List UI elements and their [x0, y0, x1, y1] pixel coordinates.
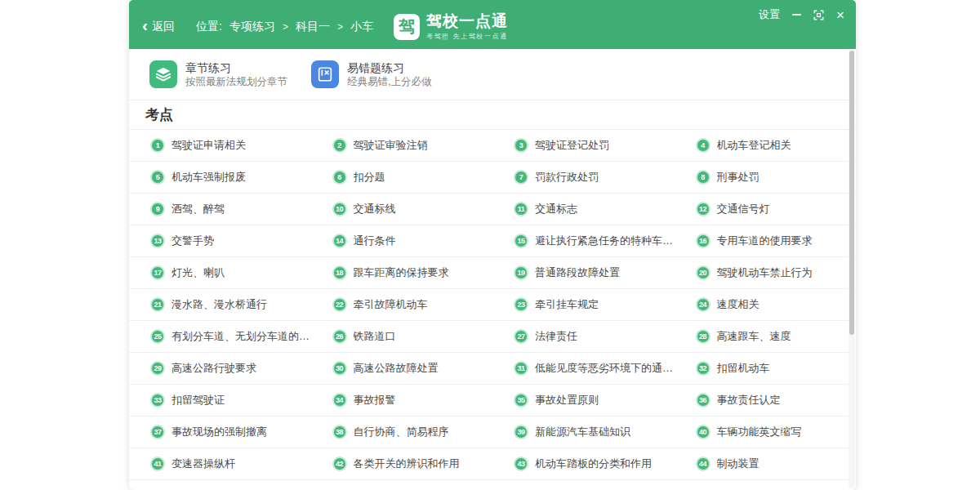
topic-label: 车辆功能英文缩写 — [717, 425, 802, 439]
topic-number-badge: 42 — [332, 457, 347, 471]
maximize-button[interactable] — [813, 10, 824, 20]
back-button[interactable]: ‹ 返回 — [142, 18, 175, 35]
topic-item[interactable]: 12 交通信号灯 — [675, 194, 857, 225]
topic-item[interactable]: 43 机动车踏板的分类和作用 — [492, 448, 675, 480]
minimize-button[interactable] — [792, 14, 801, 16]
maximize-icon — [813, 10, 824, 20]
topic-label: 专用车道的使用要求 — [717, 234, 813, 248]
close-button[interactable]: × — [836, 8, 844, 22]
topic-item[interactable]: 4 机动车登记相关 — [675, 130, 857, 162]
topic-number-badge: 30 — [332, 361, 347, 376]
breadcrumb-item-practice[interactable]: 专项练习 — [229, 20, 275, 34]
topic-label: 铁路道口 — [354, 329, 396, 344]
topic-item[interactable]: 39 新能源汽车基础知识 — [492, 416, 675, 448]
topic-item[interactable]: 8 刑事处罚 — [675, 162, 857, 194]
topic-number-badge: 11 — [514, 202, 528, 216]
topic-item[interactable]: 31 低能见度等恶劣环境下的通行… — [492, 353, 675, 385]
topic-label: 速度相关 — [717, 297, 760, 312]
topic-item[interactable]: 33 扣留驾驶证 — [129, 385, 311, 416]
topic-label: 避让执行紧急任务的特种车辆… — [535, 234, 675, 248]
topic-item[interactable]: 21 漫水路、漫水桥通行 — [129, 289, 311, 321]
screen: ‹ 返回 位置: 专项练习 > 科目一 > 小车 驾 驾校一点通 — [0, 0, 980, 490]
topic-number-badge: 6 — [332, 170, 347, 185]
topic-label: 酒驾、醉驾 — [172, 202, 225, 216]
error-card-subtitle: 经典易错,上分必做 — [347, 77, 431, 88]
topic-item[interactable]: 37 事故现场的强制撤离 — [129, 416, 311, 448]
topic-item[interactable]: 34 事故报警 — [311, 385, 493, 416]
topic-item[interactable]: 26 铁路道口 — [311, 321, 493, 353]
topic-item[interactable]: 1 驾驶证申请相关 — [129, 130, 311, 162]
topic-number-badge: 36 — [696, 393, 710, 408]
topic-number-badge: 19 — [514, 265, 528, 280]
topic-number-badge: 18 — [332, 265, 347, 280]
topic-item[interactable]: 42 各类开关的辨识和作用 — [311, 448, 493, 480]
topic-item[interactable]: 2 驾驶证审验注销 — [311, 130, 493, 162]
topic-number-badge: 17 — [150, 265, 165, 280]
topic-number-badge: 3 — [514, 138, 528, 153]
topic-label: 刑事处罚 — [717, 170, 760, 185]
topic-label: 自行协商、简易程序 — [354, 425, 449, 439]
topic-label: 事故处置原则 — [535, 393, 599, 408]
topic-item[interactable]: 27 法律责任 — [492, 321, 675, 353]
topic-label: 低能见度等恶劣环境下的通行… — [535, 361, 675, 376]
topic-item[interactable]: 41 变速器操纵杆 — [129, 448, 311, 480]
scrollbar-thumb[interactable] — [849, 51, 854, 335]
minimize-icon — [792, 14, 801, 16]
chevron-left-icon: ‹ — [142, 16, 148, 33]
topic-item[interactable]: 10 交通标线 — [311, 194, 493, 225]
topic-label: 机动车登记相关 — [717, 138, 791, 153]
topic-item[interactable]: 28 高速跟车、速度 — [675, 321, 857, 353]
topic-item[interactable]: 13 交警手势 — [129, 225, 311, 257]
window-controls: 设置 × — [759, 7, 844, 22]
topic-item[interactable]: 35 事故处置原则 — [492, 385, 675, 416]
breadcrumb-item-subject[interactable]: 科目一 — [296, 20, 330, 34]
error-prone-practice-card[interactable]: 易错题练习 经典易错,上分必做 — [311, 60, 473, 88]
topic-label: 法律责任 — [535, 329, 577, 344]
book-x-icon — [316, 65, 334, 83]
topic-item[interactable]: 44 制动装置 — [675, 448, 857, 480]
topic-number-badge: 5 — [150, 170, 165, 185]
topic-item[interactable]: 5 机动车强制报废 — [129, 162, 311, 194]
topic-item[interactable]: 18 跟车距离的保持要求 — [311, 257, 493, 289]
topic-item[interactable]: 24 速度相关 — [675, 289, 857, 321]
topic-item[interactable]: 20 驾驶机动车禁止行为 — [675, 257, 857, 289]
chapter-card-title: 章节练习 — [185, 61, 287, 74]
topic-label: 各类开关的辨识和作用 — [354, 457, 460, 471]
topic-item[interactable]: 11 交通标志 — [492, 194, 675, 225]
topic-number-badge: 37 — [150, 425, 165, 439]
logo-glyph: 驾 — [399, 16, 415, 38]
topic-item[interactable]: 3 驾驶证登记处罚 — [492, 130, 675, 162]
back-label: 返回 — [152, 20, 175, 34]
topic-item[interactable]: 29 高速公路行驶要求 — [129, 353, 311, 385]
topic-number-badge: 16 — [696, 234, 710, 248]
topic-item[interactable]: 7 罚款行政处罚 — [492, 162, 675, 194]
topic-number-badge: 23 — [514, 297, 528, 312]
topic-item[interactable]: 6 扣分题 — [311, 162, 493, 194]
topic-number-badge: 1 — [150, 138, 165, 153]
topic-item[interactable]: 15 避让执行紧急任务的特种车辆… — [492, 225, 675, 257]
topic-item[interactable]: 38 自行协商、简易程序 — [311, 416, 493, 448]
topic-item[interactable]: 9 酒驾、醉驾 — [129, 194, 311, 225]
topic-number-badge: 12 — [696, 202, 710, 216]
topic-item[interactable]: 23 牵引挂车规定 — [492, 289, 675, 321]
topic-item[interactable]: 19 普通路段故障处置 — [492, 257, 675, 289]
topic-item[interactable]: 30 高速公路故障处置 — [311, 353, 493, 385]
settings-button[interactable]: 设置 — [759, 7, 780, 22]
topic-item[interactable]: 40 车辆功能英文缩写 — [675, 416, 857, 448]
chapter-practice-card[interactable]: 章节练习 按照最新法规划分章节 — [149, 60, 311, 88]
topic-item[interactable]: 36 事故责任认定 — [675, 385, 857, 416]
topic-item[interactable]: 14 通行条件 — [311, 225, 493, 257]
breadcrumb-separator: > — [337, 21, 343, 33]
breadcrumb-item-vehicle[interactable]: 小车 — [350, 20, 373, 34]
topic-label: 罚款行政处罚 — [535, 170, 599, 185]
topic-item[interactable]: 25 有划分车道、无划分车道的道… — [129, 321, 311, 353]
topic-label: 驾驶证审验注销 — [354, 138, 428, 153]
topic-number-badge: 26 — [332, 329, 347, 344]
topic-label: 交警手势 — [172, 234, 214, 248]
topic-item[interactable]: 16 专用车道的使用要求 — [675, 225, 857, 257]
topic-number-badge: 13 — [150, 234, 165, 248]
topic-item[interactable]: 22 牵引故障机动车 — [311, 289, 493, 321]
topic-label: 机动车踏板的分类和作用 — [535, 457, 652, 471]
topic-item[interactable]: 17 灯光、喇叭 — [129, 257, 311, 289]
topic-item[interactable]: 32 扣留机动车 — [675, 353, 857, 385]
